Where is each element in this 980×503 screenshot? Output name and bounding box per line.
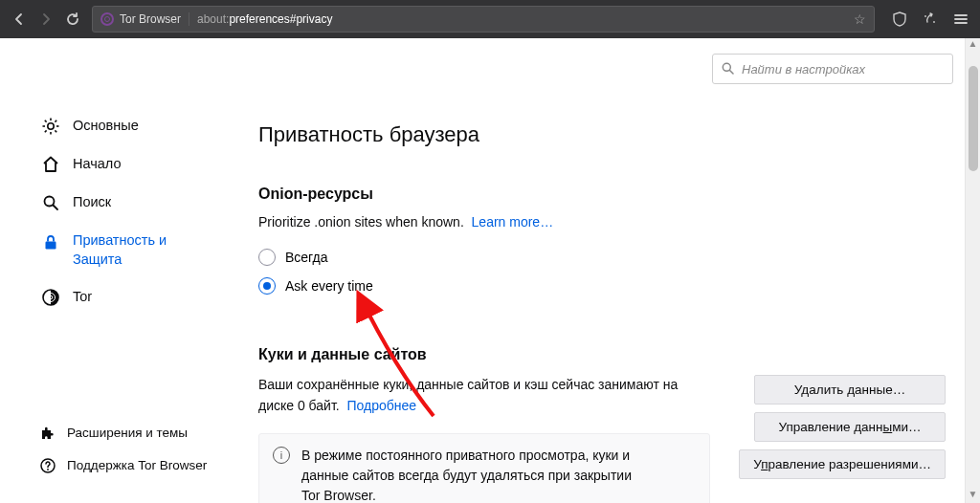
sidebar-item-search[interactable]: Поиск <box>38 184 237 222</box>
sidebar-item-privacy[interactable]: Приватность и Защита <box>38 222 237 278</box>
radio-label: Всегда <box>285 250 328 265</box>
new-identity-icon[interactable] <box>917 6 944 33</box>
info-text: В режиме постоянного приватного просмотр… <box>301 446 646 503</box>
permanent-private-info: i В режиме постоянного приватного просмо… <box>258 433 710 503</box>
onion-radio-ask[interactable]: Ask every time <box>258 272 946 300</box>
sidebar-item-label: Начало <box>73 155 122 174</box>
back-button[interactable] <box>6 6 33 33</box>
page-title: Приватность браузера <box>258 122 946 147</box>
radio-icon <box>258 277 276 295</box>
sidebar-item-label: Поддержка Tor Browser <box>67 457 207 474</box>
learn-more-link[interactable]: Learn more… <box>472 214 554 230</box>
preferences-sidebar: Основные Начало Поиск Приватность и Защи… <box>0 38 237 503</box>
preferences-content: Приватность браузера Onion-ресурсы Prior… <box>237 38 965 503</box>
home-icon <box>40 155 61 174</box>
search-preferences <box>712 54 953 84</box>
lock-icon <box>40 233 61 252</box>
browser-chrome: Tor Browser about:preferences#privacy ☆ <box>0 0 980 38</box>
svg-line-7 <box>45 120 47 122</box>
svg-point-1 <box>924 15 926 17</box>
svg-line-10 <box>55 120 56 122</box>
svg-line-12 <box>54 206 58 210</box>
url-bar[interactable]: Tor Browser about:preferences#privacy ☆ <box>92 6 875 33</box>
search-input[interactable] <box>712 54 953 84</box>
scroll-thumb[interactable] <box>969 66 978 171</box>
onion-desc: Prioritize .onion sites when known. Lear… <box>258 214 946 230</box>
sidebar-item-support[interactable]: Поддержка Tor Browser <box>38 449 207 482</box>
svg-rect-13 <box>46 242 56 250</box>
sidebar-item-label: Поиск <box>73 193 111 212</box>
forward-button[interactable] <box>33 6 59 33</box>
sidebar-item-addons[interactable]: Расширения и темы <box>38 417 207 449</box>
url-text: about:preferences#privacy <box>189 12 332 26</box>
tor-onion-icon <box>100 12 114 26</box>
info-icon: i <box>273 447 290 464</box>
radio-icon <box>258 249 276 266</box>
scroll-down-arrow[interactable]: ▼ <box>969 489 978 499</box>
shield-icon[interactable] <box>886 6 913 33</box>
clear-data-button[interactable]: Удалить данные… <box>754 375 946 405</box>
manage-permissions-button[interactable]: Управление разрешениями… <box>739 449 946 479</box>
svg-line-9 <box>45 130 47 132</box>
svg-line-20 <box>730 71 734 75</box>
radio-label: Ask every time <box>285 278 373 294</box>
puzzle-icon <box>38 425 57 442</box>
reload-button[interactable] <box>59 6 86 33</box>
sidebar-item-tor[interactable]: Tor <box>38 278 237 317</box>
svg-point-2 <box>48 123 54 129</box>
vertical-scrollbar[interactable]: ▲ ▼ <box>965 38 980 503</box>
gear-icon <box>40 117 61 136</box>
svg-point-18 <box>47 469 49 470</box>
tor-icon <box>40 288 61 307</box>
search-icon <box>721 61 735 76</box>
search-icon <box>40 193 61 212</box>
cookies-more-link[interactable]: Подробнее <box>346 398 416 413</box>
identity-label: Tor Browser <box>120 12 189 26</box>
sidebar-item-general[interactable]: Основные <box>38 107 237 145</box>
sidebar-item-label: Приватность и Защита <box>73 231 197 269</box>
cookies-size-text: Ваши сохранённые куки, данные сайтов и к… <box>258 375 710 416</box>
svg-line-8 <box>55 130 56 132</box>
manage-data-button[interactable]: Управление данными… <box>754 412 946 442</box>
menu-button[interactable] <box>947 6 974 33</box>
sidebar-item-label: Расширения и темы <box>67 425 188 442</box>
sidebar-item-home[interactable]: Начало <box>38 145 237 184</box>
cookies-heading: Куки и данные сайтов <box>258 346 946 363</box>
onion-heading: Onion-ресурсы <box>258 186 946 203</box>
sidebar-item-label: Основные <box>73 117 139 136</box>
scroll-up-arrow[interactable]: ▲ <box>969 38 978 49</box>
sidebar-item-label: Tor <box>73 288 92 307</box>
svg-point-0 <box>933 21 935 23</box>
bookmark-star-icon[interactable]: ☆ <box>854 11 866 27</box>
help-icon <box>38 457 57 474</box>
onion-radio-always[interactable]: Всегда <box>258 243 946 272</box>
